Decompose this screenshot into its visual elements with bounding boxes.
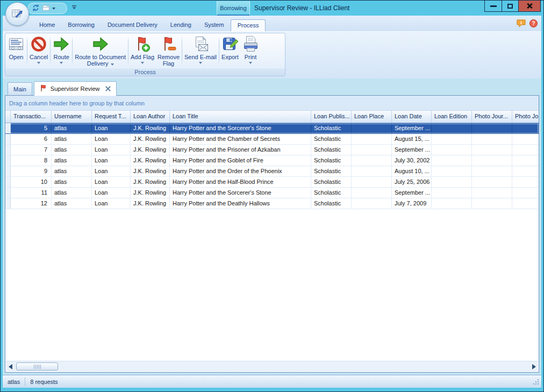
table-row[interactable]: 7atlasLoanJ.K. RowlingHarry Potter and t…	[5, 145, 539, 155]
table-cell[interactable]: August 15, ...	[392, 134, 432, 145]
table-cell[interactable]	[432, 188, 472, 198]
table-cell[interactable]: Loan	[92, 134, 131, 145]
application-menu-button[interactable]	[5, 2, 29, 26]
maximize-button[interactable]	[502, 1, 518, 11]
table-row[interactable]: 11atlasLoanJ.K. RowlingHarry Potter and …	[5, 188, 539, 198]
ribbon-tab-process[interactable]: Process	[231, 19, 266, 31]
column-header-10[interactable]: Photo Jour...	[472, 111, 512, 123]
table-cell[interactable]	[472, 166, 512, 177]
table-cell[interactable]: Scholastic	[311, 155, 352, 166]
refresh-icon[interactable]	[32, 4, 40, 13]
table-cell[interactable]	[512, 188, 539, 198]
table-cell[interactable]	[472, 134, 512, 145]
table-cell[interactable]: J.K. Rowling	[131, 155, 170, 166]
column-header-7[interactable]: Loan Place	[352, 111, 392, 123]
column-header-11[interactable]: Photo Jo	[512, 111, 539, 123]
table-cell[interactable]	[352, 166, 392, 177]
table-cell[interactable]	[512, 123, 539, 134]
table-cell[interactable]: September ...	[392, 145, 432, 155]
table-row[interactable]: 10atlasLoanJ.K. RowlingHarry Potter and …	[5, 177, 539, 188]
table-cell[interactable]: Harry Potter and the Deathly Hallows	[170, 198, 311, 209]
table-cell[interactable]: J.K. Rowling	[131, 123, 170, 134]
scrollbar-thumb[interactable]	[16, 362, 58, 370]
table-cell[interactable]	[512, 134, 539, 145]
table-cell[interactable]: August 10, ...	[392, 166, 432, 177]
send-email-button[interactable]: Send E-mail	[183, 34, 218, 67]
table-cell[interactable]: Loan	[92, 188, 131, 198]
ribbon-tab-borrowing[interactable]: Borrowing	[61, 19, 101, 31]
column-header-5[interactable]: Loan Title	[170, 111, 311, 123]
table-cell[interactable]: Loan	[92, 166, 131, 177]
table-cell[interactable]: Scholastic	[311, 188, 352, 198]
ribbon-tab-home[interactable]: Home	[33, 19, 61, 31]
table-cell[interactable]: Loan	[92, 177, 131, 188]
table-cell[interactable]: Loan	[92, 155, 131, 166]
info-icon[interactable]: i	[516, 19, 526, 29]
table-cell[interactable]: 6	[11, 134, 52, 145]
route-to-document-delivery-button[interactable]: Route to DocumentDelivery	[73, 34, 127, 67]
resize-grip-icon[interactable]	[533, 379, 539, 385]
column-header-1[interactable]: Transactio...	[11, 111, 52, 123]
table-cell[interactable]: J.K. Rowling	[131, 166, 170, 177]
table-cell[interactable]	[512, 155, 539, 166]
table-cell[interactable]	[352, 145, 392, 155]
table-cell[interactable]: 8	[11, 155, 52, 166]
table-cell[interactable]: 11	[11, 188, 52, 198]
table-cell[interactable]: September ...	[392, 188, 432, 198]
table-cell[interactable]: Harry Potter and the Chamber of Secrets	[170, 134, 311, 145]
table-cell[interactable]	[352, 155, 392, 166]
close-button[interactable]	[518, 1, 540, 11]
table-cell[interactable]: Harry Potter and the Order of the Phoeni…	[170, 166, 311, 177]
column-header-2[interactable]: Username	[52, 111, 92, 123]
open-button[interactable]: Open	[6, 34, 26, 67]
table-cell[interactable]: Scholastic	[311, 177, 352, 188]
table-cell[interactable]: atlas	[52, 177, 92, 188]
help-icon[interactable]: ?	[529, 19, 538, 29]
table-cell[interactable]	[352, 198, 392, 209]
tab-supervisor-review[interactable]: Supervisor Review	[34, 81, 117, 96]
table-cell[interactable]: 7	[11, 145, 52, 155]
table-cell[interactable]	[432, 134, 472, 145]
minimize-button[interactable]	[485, 1, 502, 11]
contextual-tab-group-label[interactable]: Borrowing	[217, 1, 250, 16]
print-button[interactable]: Print	[240, 34, 261, 67]
table-cell[interactable]: July 30, 2002	[392, 155, 432, 166]
table-cell[interactable]: Harry Potter and the Sorcerer's Stone	[170, 188, 311, 198]
table-cell[interactable]: J.K. Rowling	[131, 134, 170, 145]
table-cell[interactable]: 10	[11, 177, 52, 188]
table-cell[interactable]	[352, 177, 392, 188]
table-cell[interactable]	[472, 198, 512, 209]
table-cell[interactable]: atlas	[52, 198, 92, 209]
open-folder-icon[interactable]	[42, 4, 50, 13]
column-header-6[interactable]: Loan Publis...	[311, 111, 352, 123]
ribbon-tab-lending[interactable]: Lending	[164, 19, 198, 31]
table-cell[interactable]: September ...	[392, 123, 432, 134]
table-cell[interactable]: 9	[11, 166, 52, 177]
route-button[interactable]: Route	[51, 34, 71, 67]
table-row[interactable]: 12atlasLoanJ.K. RowlingHarry Potter and …	[5, 198, 539, 209]
table-cell[interactable]	[432, 177, 472, 188]
table-row[interactable]: 9atlasLoanJ.K. RowlingHarry Potter and t…	[5, 166, 539, 177]
table-cell[interactable]	[432, 155, 472, 166]
table-cell[interactable]: Harry Potter and the Goblet of Fire	[170, 155, 311, 166]
table-cell[interactable]	[352, 123, 392, 134]
table-cell[interactable]	[432, 123, 472, 134]
column-header-3[interactable]: Request T...	[92, 111, 131, 123]
table-cell[interactable]	[512, 166, 539, 177]
table-cell[interactable]	[472, 145, 512, 155]
group-by-bar[interactable]: Drag a column header here to group by th…	[5, 96, 539, 111]
column-header-4[interactable]: Loan Author	[131, 111, 170, 123]
table-cell[interactable]: J.K. Rowling	[131, 177, 170, 188]
table-cell[interactable]: Harry Potter and the Half-Blood Prince	[170, 177, 311, 188]
table-cell[interactable]: atlas	[52, 134, 92, 145]
table-cell[interactable]: Loan	[92, 198, 131, 209]
ribbon-tab-document-delivery[interactable]: Document Delivery	[101, 19, 164, 31]
table-cell[interactable]: Scholastic	[311, 145, 352, 155]
table-cell[interactable]: 5	[11, 123, 52, 134]
table-cell[interactable]	[432, 166, 472, 177]
table-cell[interactable]: atlas	[52, 188, 92, 198]
table-cell[interactable]	[352, 134, 392, 145]
table-cell[interactable]: July 7, 2009	[392, 198, 432, 209]
table-cell[interactable]	[352, 188, 392, 198]
export-button[interactable]: Export	[220, 34, 240, 67]
